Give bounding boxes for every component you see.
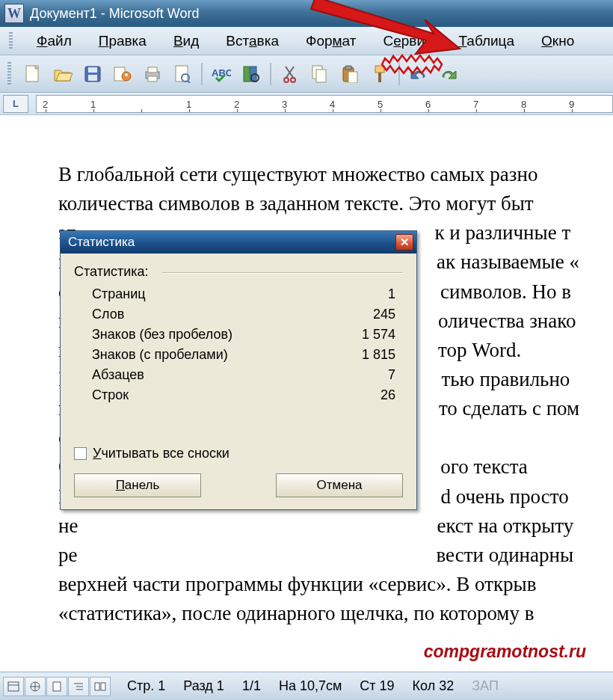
stat-label: Страниц [92, 286, 328, 302]
status-line: Ст 19 [351, 678, 403, 694]
print-preview-icon [174, 65, 191, 83]
ruler-mark: 5 [378, 99, 383, 110]
stat-label: Абзацев [92, 367, 328, 383]
permissions-icon [114, 65, 132, 83]
dialog-close-button[interactable]: ✕ [395, 234, 413, 251]
svg-rect-23 [348, 72, 357, 83]
format-painter-icon [372, 65, 388, 83]
redo-button[interactable] [436, 61, 461, 87]
svg-rect-33 [95, 683, 99, 690]
format-painter-button[interactable] [367, 61, 392, 87]
ruler-mark: 7 [473, 99, 478, 110]
svg-point-18 [291, 78, 295, 82]
menu-file[interactable]: ФФайлайл [23, 30, 85, 52]
save-floppy-icon [84, 66, 101, 82]
cancel-button[interactable]: Отмена [276, 473, 403, 497]
menu-edit[interactable]: ПравкаПравка [85, 30, 160, 52]
status-pages: 1/1 [233, 678, 270, 694]
svg-point-6 [125, 73, 128, 76]
status-page[interactable]: Стр. 1 [118, 678, 174, 694]
copy-icon [312, 65, 328, 83]
svg-rect-2 [88, 67, 97, 73]
stat-label: Знаков (без пробелов) [92, 327, 328, 343]
menu-format[interactable]: ФорматФормат [292, 30, 370, 52]
toolbar-grip[interactable] [7, 62, 11, 86]
new-doc-icon [25, 65, 41, 83]
dialog-title-bar[interactable]: Статистика ✕ [61, 231, 416, 254]
watermark-text: compgramotnost.ru [424, 639, 586, 664]
web-view-button[interactable] [25, 677, 46, 696]
horizontal-ruler[interactable]: 2112345678910 [36, 95, 613, 113]
scissors-icon [283, 65, 298, 83]
status-rec[interactable]: ЗАП [463, 678, 508, 694]
ruler-mark: 3 [282, 99, 287, 110]
stat-row: Знаков (с пробелами)1 815 [74, 345, 403, 365]
undo-button[interactable] [406, 61, 431, 87]
stat-label: Знаков (с пробелами) [92, 347, 328, 363]
title-bar: W Документ1 - Microsoft Word [0, 0, 613, 27]
print-button[interactable] [140, 61, 165, 87]
stat-value: 1 815 [328, 347, 395, 363]
new-doc-button[interactable] [20, 61, 46, 87]
doc-line: В глобальной сети существуют множество с… [58, 160, 613, 189]
cut-button[interactable] [277, 61, 303, 87]
menu-view[interactable]: ВидВид [160, 30, 212, 52]
ruler-bar: L 2112345678910 [0, 93, 613, 115]
stat-row: Строк26 [74, 385, 403, 405]
undo-icon [410, 67, 428, 82]
research-icon [243, 65, 259, 83]
svg-rect-8 [148, 67, 157, 73]
window-title: Документ1 - Microsoft Word [30, 6, 200, 22]
doc-line: неекст на открыту [58, 512, 613, 541]
toolbar-separator [270, 63, 271, 85]
doc-line: ревести одинарны [58, 541, 613, 570]
panel-button[interactable]: ПанельПанель [74, 473, 201, 497]
ruler-mark: 6 [425, 99, 431, 110]
svg-rect-9 [148, 76, 157, 82]
spellcheck-icon: ABC [212, 66, 231, 82]
save-button[interactable] [80, 61, 105, 87]
svg-rect-34 [101, 683, 105, 690]
svg-rect-26 [8, 682, 19, 691]
reading-view-button[interactable] [90, 677, 111, 696]
status-bar: Стр. 1 Разд 1 1/1 На 10,7см Ст 19 Кол 32… [0, 672, 613, 700]
permissions-button[interactable] [110, 61, 135, 87]
svg-line-12 [188, 81, 190, 83]
menu-insert[interactable]: ВставкаВставка [212, 30, 292, 52]
spellcheck-button[interactable]: ABC [209, 61, 234, 87]
stat-label: Строк [92, 387, 328, 403]
outline-view-button[interactable] [68, 677, 89, 696]
menu-window[interactable]: ОкноОкно [528, 30, 588, 52]
status-section: Разд 1 [174, 678, 233, 694]
stat-label: Слов [92, 307, 328, 322]
svg-rect-29 [53, 682, 61, 691]
stat-row: Слов245 [74, 304, 403, 325]
paste-button[interactable] [337, 61, 363, 87]
menu-table[interactable]: ТаблицаТаблица [446, 30, 529, 52]
print-layout-button[interactable] [46, 677, 67, 696]
stat-row: Знаков (без пробелов)1 574 [74, 325, 403, 345]
print-layout-icon [51, 681, 63, 692]
include-footnotes-checkbox[interactable] [74, 447, 87, 460]
stat-value: 1 574 [328, 327, 395, 343]
doc-line: количества символов в заданном тексте. Э… [58, 189, 613, 218]
stat-value: 1 [328, 286, 395, 302]
doc-line: верхней части программы функции «сервис»… [58, 570, 613, 599]
research-button[interactable] [238, 61, 264, 87]
stat-value: 26 [328, 387, 395, 403]
menu-bar: ФФайлайл ПравкаПравка ВидВид ВставкаВста… [0, 27, 613, 55]
open-folder-icon [53, 66, 73, 82]
svg-rect-3 [88, 75, 97, 81]
open-button[interactable] [50, 61, 76, 87]
tab-selector[interactable]: L [3, 95, 28, 113]
menu-grip[interactable] [9, 32, 13, 50]
copy-button[interactable] [307, 61, 333, 87]
print-preview-button[interactable] [170, 61, 195, 87]
include-footnotes-label: УУчитывать все сноскичитывать все сноски [93, 446, 230, 461]
status-at: На 10,7см [270, 678, 351, 694]
redo-icon [440, 67, 458, 82]
menu-tools[interactable]: СервисСервис [369, 30, 445, 52]
ruler-mark: 1 [186, 99, 191, 110]
svg-rect-20 [316, 70, 326, 82]
normal-view-button[interactable] [3, 677, 24, 696]
